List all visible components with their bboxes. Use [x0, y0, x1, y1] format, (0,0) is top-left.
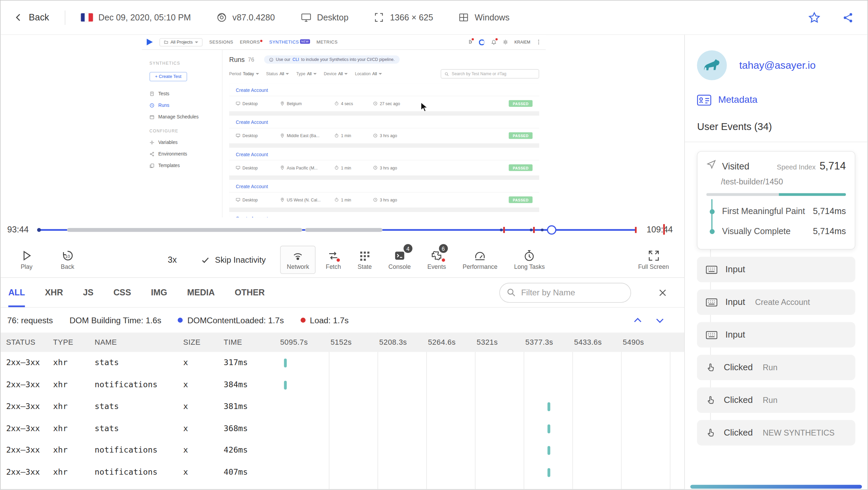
- state-grid-icon: [358, 250, 371, 262]
- time-tick: 5095.7s: [280, 338, 308, 346]
- speed-index-value: 5,714: [820, 160, 846, 172]
- network-tab-all[interactable]: ALL: [8, 288, 25, 297]
- recorded-app-screen: All Projects SESSIONS ERRORS SYNTHETICSN…: [142, 35, 546, 217]
- timer-icon: [334, 101, 339, 106]
- keyboard-icon: [706, 265, 718, 274]
- tool-events[interactable]: 6 Events: [421, 246, 453, 274]
- network-request-row[interactable]: 2xx–3xxxhrstatsx381ms: [1, 396, 685, 418]
- chevron-down-icon: [379, 73, 382, 75]
- filter-device: DeviceAll: [324, 71, 348, 77]
- player-controls: Play 10 Back 3x Skip Inactivity Network: [1, 243, 685, 278]
- chevron-down-icon: [286, 73, 289, 75]
- event-card-clicked[interactable]: Clicked NEW SYNTHETICS: [697, 420, 855, 445]
- runs-count: 76: [248, 56, 254, 63]
- event-card-input[interactable]: Input: [697, 257, 855, 282]
- scroll-indicator[interactable]: [691, 485, 862, 489]
- play-button[interactable]: Play: [10, 250, 44, 270]
- click-pointer-icon: [706, 427, 716, 438]
- network-request-row[interactable]: 2xx–3xxxhrnotificationsx407ms: [1, 461, 685, 483]
- session-date-label: Dec 09, 2020, 05:10 PM: [98, 13, 191, 22]
- sidebar-item-variables: Variables: [149, 140, 214, 145]
- event-card-clicked[interactable]: Clicked Run: [697, 355, 855, 380]
- metadata-button[interactable]: Metadata: [697, 95, 855, 106]
- location-pin-icon: [280, 101, 285, 106]
- milestone-dot: [710, 209, 715, 214]
- app-tab-metrics: METRICS: [317, 39, 338, 45]
- id-card-icon: [697, 95, 711, 106]
- operating-system-label: Windows: [475, 13, 510, 22]
- network-panel: ALL XHR JS CSS IMG MEDIA OTHER: [1, 278, 685, 490]
- device-type-label: Desktop: [317, 13, 348, 22]
- document-icon: [149, 91, 155, 96]
- back-button[interactable]: Back: [14, 12, 49, 23]
- timeline-track[interactable]: [38, 229, 636, 231]
- event-card-clicked[interactable]: Clicked Run: [697, 387, 855, 413]
- skip-inactivity-checkbox[interactable]: Skip Inactivity: [201, 255, 266, 265]
- network-tab-media[interactable]: MEDIA: [187, 288, 215, 297]
- run-name-link: Create Account: [229, 180, 539, 193]
- clock-icon: [373, 133, 377, 138]
- network-filter-input[interactable]: [521, 288, 615, 297]
- tool-state[interactable]: State: [351, 246, 379, 274]
- status-badge: PASSED: [509, 196, 532, 203]
- status-badge: PASSED: [509, 164, 532, 171]
- notification-dot: [260, 39, 263, 42]
- tool-performance[interactable]: Performance: [456, 246, 504, 274]
- environments-icon: [149, 151, 155, 157]
- milestone-row: Visually Complete 5,714ms: [707, 222, 846, 242]
- timer-icon: [334, 133, 339, 138]
- tool-long-tasks[interactable]: Long Tasks: [508, 246, 551, 274]
- sidebar-item-tests: Tests: [149, 91, 214, 96]
- user-email: tahay@asayer.io: [739, 59, 816, 71]
- integrations-icon: [467, 39, 473, 45]
- event-card-input[interactable]: Input: [697, 322, 855, 348]
- event-card-input[interactable]: Input Create Account: [697, 290, 855, 315]
- page-load-bar: [707, 193, 846, 196]
- network-tab-xhr[interactable]: XHR: [45, 288, 63, 297]
- app-tab-errors: ERRORS: [240, 39, 263, 45]
- app-tab-sessions: SESSIONS: [209, 39, 233, 45]
- gear-icon: [503, 39, 508, 45]
- favorite-star-button[interactable]: [808, 11, 821, 24]
- runs-list: Create Account Desktop Belgium 4 secs 27…: [229, 84, 539, 218]
- bell-icon: [491, 39, 497, 45]
- monitor-icon: [300, 12, 311, 23]
- milestone-dot: [710, 229, 715, 234]
- network-tab-css[interactable]: CSS: [113, 288, 131, 297]
- jump-next-button[interactable]: [655, 315, 666, 326]
- network-tab-other[interactable]: OTHER: [235, 288, 264, 297]
- error-marker: [635, 227, 637, 233]
- close-panel-button[interactable]: [658, 288, 668, 297]
- monitor-icon: [236, 198, 240, 202]
- session-date: Dec 09, 2020, 05:10 PM: [81, 13, 191, 22]
- navigation-arrow-icon: [707, 159, 717, 169]
- tool-full-screen[interactable]: Full Screen: [631, 246, 676, 274]
- tool-fetch[interactable]: Fetch: [319, 246, 348, 274]
- event-card-visited[interactable]: Visited Speed Index 5,714 /test-builder/…: [697, 151, 855, 249]
- chevron-down-icon: [344, 73, 348, 75]
- tool-console[interactable]: 4 Console: [382, 246, 418, 274]
- speed-toggle[interactable]: 3x: [168, 255, 177, 265]
- network-request-row[interactable]: 2xx–3xxxhrnotificationsx384ms: [1, 374, 685, 396]
- app-navbar-actions: KRAIEM: [467, 39, 541, 45]
- info-icon: [269, 57, 274, 62]
- error-marker: [663, 224, 665, 235]
- network-request-row[interactable]: 2xx–3xxxhrnotificationsx426ms: [1, 440, 685, 461]
- waterfall-bar: [284, 380, 287, 389]
- location-pin-icon: [280, 198, 285, 202]
- network-tab-js[interactable]: JS: [83, 288, 94, 297]
- network-tab-img[interactable]: IMG: [151, 288, 167, 297]
- tool-network[interactable]: Network: [280, 246, 316, 274]
- network-request-row[interactable]: 2xx–3xxxhrstatsx317ms: [1, 352, 685, 374]
- keyboard-icon: [706, 298, 718, 306]
- notification-dot: [496, 38, 498, 40]
- filter-status: StatusAll: [266, 71, 289, 77]
- back-10s-button[interactable]: 10 Back: [50, 250, 85, 270]
- player-tools: Network Fetch State 4 Console: [280, 246, 676, 274]
- gauge-icon: [474, 250, 486, 262]
- playhead-handle[interactable]: [547, 225, 557, 235]
- jump-previous-button[interactable]: [632, 315, 644, 326]
- share-button[interactable]: [842, 11, 854, 23]
- milestone-row: First Meaningful Paint 5,714ms: [707, 201, 846, 222]
- network-request-row[interactable]: 2xx–3xxxhrstatsx368ms: [1, 418, 685, 440]
